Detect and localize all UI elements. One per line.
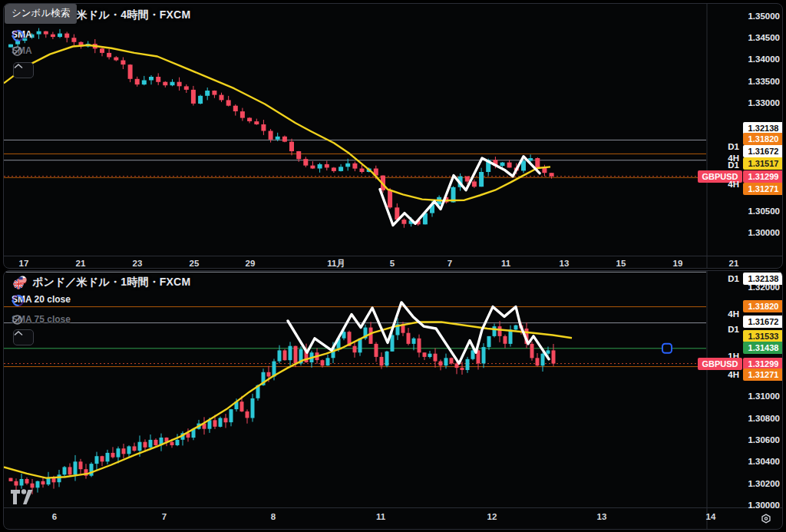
symbol-search-tooltip: シンボル検索 [5,4,77,24]
line-drag-handle[interactable] [662,344,672,353]
price-axis-tick: 1.34000 [748,55,780,64]
price-chip-text: 1.32138 [748,274,779,283]
time-axis-label: 11 [501,259,511,268]
tradingview-window: 1.350001.345001.340001.335001.330001.305… [0,0,786,532]
chart-pane-1h: 1.320001.310001.308001.306001.304001.302… [3,270,783,530]
chart-canvas-1h: 1.320001.310001.308001.306001.304001.302… [4,271,783,529]
time-axis-label: 19 [673,259,683,268]
timeframe-tag: 4H [728,180,739,189]
price-axis-tick: 1.33000 [748,98,780,107]
price-chip-text: 1.31299 [748,172,779,181]
price-axis-tick: 1.30200 [748,479,780,488]
time-axis-label: 6 [52,512,57,521]
timeframe-tag: D1 [728,325,739,334]
price-chip-text: 1.32138 [748,124,779,133]
tradingview-logo[interactable] [11,489,33,504]
price-chip-text: 1.31271 [748,184,779,193]
timeframe-tag: D1 [728,160,739,170]
price-axis-tick: 1.30000 [748,501,780,510]
symbol-tag: GBPUSD [702,359,738,368]
time-axis-label: 11 [376,512,386,521]
price-chip-text: 1.31271 [748,370,779,379]
price-axis-tick: 1.30500 [748,207,780,216]
time-axis-label: 11月 [327,259,345,268]
time-axis-label: 15 [616,259,626,268]
chart-canvas-4h: 1.350001.345001.340001.335001.330001.305… [4,4,783,268]
collapse-legend-button[interactable] [13,62,34,78]
price-axis-tick: 1.30800 [748,414,780,423]
zigzag-drawing[interactable] [380,157,540,226]
price-axis-tick: 1.30000 [748,228,780,237]
time-axis-label: 25 [190,259,200,268]
price-chip-text: 1.31533 [748,332,779,341]
price-chip-text: 1.31672 [748,317,779,326]
timeframe-tag: D1 [728,274,739,283]
time-axis-label: 23 [133,259,143,268]
time-axis-label: 21 [729,259,739,268]
timeframe-tag: 4H [728,309,739,319]
price-chip-text: 1.31820 [748,134,779,144]
candlestick-series [9,318,556,494]
chart-pane-4h: 1.350001.345001.340001.335001.330001.305… [3,3,783,269]
gbpusd-pair-icon [13,276,27,289]
indicator-row-sma-4h[interactable]: SMA [12,29,38,40]
indicator-row-sma20-1h[interactable]: SMA 20 close [12,294,77,305]
time-axis-label: 13 [560,259,570,268]
chart-title-1h[interactable]: ポンド／米ドル・1時間・FXCM [32,276,190,289]
price-axis-tick: 1.33500 [748,77,780,86]
time-axis-label: 5 [390,259,395,268]
price-chip-text: 1.31438 [748,343,779,352]
axis-settings-gear-icon[interactable] [762,514,770,523]
indicator-row-sma-hidden-4h[interactable]: SMA [12,45,38,56]
price-axis-tick: 1.31000 [748,392,780,401]
price-chip-text: 1.31820 [748,302,779,311]
time-axis-label: 14 [706,512,716,521]
time-axis-label: 29 [246,259,256,268]
collapse-legend-button[interactable] [13,329,34,345]
price-chip-text: 1.31299 [748,359,779,368]
time-axis-label: 7 [447,259,452,268]
indicator-row-sma75-1h[interactable]: SMA 75 close [12,314,77,325]
price-chip-text: 1.31517 [748,159,779,168]
timeframe-tag: 4H [728,370,739,379]
time-axis-label: 12 [487,512,497,521]
timeframe-tag: D1 [728,142,739,151]
price-chip-text: 1.31672 [748,147,779,156]
time-axis-label: 13 [597,512,607,521]
price-axis-tick: 1.30400 [748,457,780,466]
time-axis-label: 17 [19,259,29,268]
price-axis-tick: 1.30600 [748,435,780,444]
time-axis-label: 7 [162,512,167,521]
price-axis-tick: 1.35000 [748,12,780,21]
time-axis-label: 8 [271,512,276,521]
price-axis-tick: 1.34500 [748,33,780,42]
sma-line[interactable] [4,322,572,478]
time-axis-label: 21 [76,259,86,268]
